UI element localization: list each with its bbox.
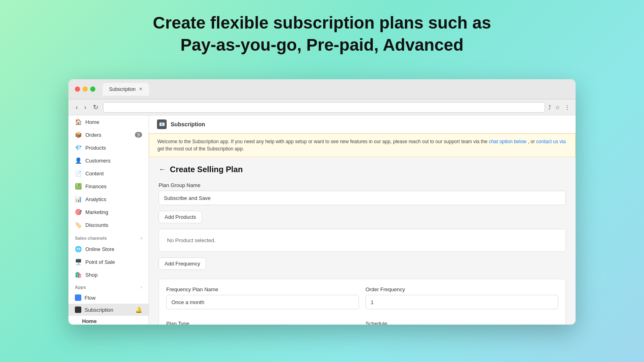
sales-channels-section: Sales channels › xyxy=(68,231,149,243)
forward-button[interactable]: › xyxy=(83,103,88,112)
flow-icon xyxy=(75,294,81,301)
bell-icon: 🔔 xyxy=(135,306,142,313)
add-frequency-button[interactable]: Add Frequency xyxy=(159,257,206,270)
sidebar-item-customers-label: Customers xyxy=(85,158,111,164)
apps-label: Apps xyxy=(75,285,86,290)
sidebar-item-discounts[interactable]: 🏷️ Discounts xyxy=(68,218,149,231)
frequency-plan-name-label: Frequency Plan Name xyxy=(166,286,359,292)
notice-middle-text: , or xyxy=(528,139,536,144)
sidebar-item-discounts-label: Discounts xyxy=(85,222,108,228)
online-store-icon: 🌐 xyxy=(75,246,81,252)
sidebar-item-marketing-label: Marketing xyxy=(85,209,108,215)
browser-tab[interactable]: Subscription ✕ xyxy=(103,83,149,96)
sidebar-item-home-label: Home xyxy=(85,119,99,125)
close-button[interactable] xyxy=(75,86,80,92)
sidebar-sub-home[interactable]: Home xyxy=(68,316,149,325)
tab-bar: Subscription ✕ xyxy=(103,83,149,96)
apps-chevron: › xyxy=(140,284,142,290)
pos-icon: 🖥️ xyxy=(75,259,81,265)
notice-link2[interactable]: contact us via xyxy=(536,139,566,144)
hero-title: Create flexible subscription plans such … xyxy=(153,12,491,56)
sidebar-item-products[interactable]: 💎 Products xyxy=(68,141,149,154)
subscription-app-icon xyxy=(75,306,81,313)
sidebar-item-customers[interactable]: 👤 Customers xyxy=(68,154,149,167)
menu-icon: ⋮ xyxy=(564,104,570,111)
frequency-section: Frequency Plan Name Order Frequency Plan… xyxy=(159,279,566,325)
plan-group-name-input[interactable] xyxy=(159,191,566,205)
back-arrow[interactable]: ← xyxy=(159,165,166,174)
browser-window: Subscription ✕ ‹ › ↻ ⤴ ☆ ⋮ 🏠 Home 📦 Orde… xyxy=(68,79,576,325)
hero-section: Create flexible subscription plans such … xyxy=(153,12,491,68)
browser-nav: ‹ › ↻ ⤴ ☆ ⋮ xyxy=(68,99,576,115)
browser-body: 🏠 Home 📦 Orders 9 💎 Products 👤 Customers… xyxy=(68,115,576,325)
traffic-lights xyxy=(75,86,95,92)
sidebar-item-analytics-label: Analytics xyxy=(85,196,106,202)
sidebar-item-finances-label: Finances xyxy=(85,183,107,189)
nav-icons: ⤴ ☆ ⋮ xyxy=(548,104,570,111)
reload-button[interactable]: ↻ xyxy=(91,103,100,112)
sidebar-item-pos[interactable]: 🖥️ Point of Sale xyxy=(68,255,149,268)
apps-section: Apps › xyxy=(68,281,149,292)
main-content: 📧 Subscription Welcome to the Subscripti… xyxy=(149,115,576,325)
sidebar: 🏠 Home 📦 Orders 9 💎 Products 👤 Customers… xyxy=(68,115,149,325)
orders-icon: 📦 xyxy=(75,132,81,138)
bookmark-icon: ☆ xyxy=(555,104,560,111)
maximize-button[interactable] xyxy=(90,86,95,92)
sidebar-item-orders-label: Orders xyxy=(85,132,101,138)
shop-icon: 🛍️ xyxy=(75,272,81,278)
order-frequency-input[interactable] xyxy=(365,295,558,309)
no-product-text: No Product selected. xyxy=(167,237,216,243)
sidebar-item-shop[interactable]: 🛍️ Shop xyxy=(68,268,149,281)
tab-close-icon[interactable]: ✕ xyxy=(139,86,142,92)
sidebar-item-flow-label: Flow xyxy=(85,295,95,301)
notice-link1[interactable]: chat option below xyxy=(489,139,526,144)
sidebar-item-shop-label: Shop xyxy=(85,272,97,278)
sidebar-item-marketing[interactable]: 🎯 Marketing xyxy=(68,206,149,218)
schedule-group: Schedule Month xyxy=(365,321,558,325)
add-products-button[interactable]: Add Products xyxy=(159,211,202,223)
orders-badge: 9 xyxy=(135,132,142,138)
sidebar-item-flow[interactable]: Flow xyxy=(68,292,149,304)
page-title-row: ← Create Selling Plan xyxy=(159,165,566,174)
sidebar-item-finances[interactable]: 💹 Finances xyxy=(68,180,149,193)
page-title: Create Selling Plan xyxy=(170,165,243,174)
minimize-button[interactable] xyxy=(83,86,88,92)
frequency-plan-name-group: Frequency Plan Name xyxy=(166,286,359,315)
share-icon: ⤴ xyxy=(548,104,551,111)
plan-type-group: Plan Type Pay As You Go xyxy=(166,321,359,325)
sidebar-item-pos-label: Point of Sale xyxy=(85,259,115,265)
sidebar-item-home[interactable]: 🏠 Home xyxy=(68,115,149,128)
sidebar-item-content-label: Content xyxy=(85,171,104,177)
subscription-header: 📧 Subscription xyxy=(149,115,576,134)
tab-label: Subscription xyxy=(109,86,136,92)
home-icon: 🏠 xyxy=(75,119,81,125)
marketing-icon: 🎯 xyxy=(75,209,81,215)
subscription-header-title: Subscription xyxy=(171,121,205,128)
frequency-row-1: Frequency Plan Name Order Frequency xyxy=(166,286,558,315)
notice-banner: Welcome to the Subscription app. If you … xyxy=(149,134,576,157)
analytics-icon: 📊 xyxy=(75,196,81,202)
schedule-label: Schedule xyxy=(365,321,558,325)
sidebar-item-orders[interactable]: 📦 Orders 9 xyxy=(68,128,149,141)
sidebar-item-subscription[interactable]: Subscription 🔔 xyxy=(68,304,149,316)
products-icon: 💎 xyxy=(75,144,81,151)
sales-channels-label: Sales channels xyxy=(75,236,107,241)
sidebar-item-online-store[interactable]: 🌐 Online Store xyxy=(68,243,149,255)
frequency-row-2: Plan Type Pay As You Go Schedule Month xyxy=(166,321,558,325)
back-button[interactable]: ‹ xyxy=(74,103,79,112)
plan-group-name-group: Plan Group Name xyxy=(159,182,566,211)
content-icon: 📄 xyxy=(75,170,81,177)
sidebar-item-content[interactable]: 📄 Content xyxy=(68,167,149,180)
frequency-plan-name-input[interactable] xyxy=(166,295,359,309)
customers-icon: 👤 xyxy=(75,157,81,164)
sales-channels-chevron: › xyxy=(140,235,142,241)
discounts-icon: 🏷️ xyxy=(75,222,81,228)
plan-type-label: Plan Type xyxy=(166,321,359,325)
notice-text: Welcome to the Subscription app. If you … xyxy=(157,139,489,144)
sidebar-sub-home-label: Home xyxy=(82,318,97,324)
address-bar[interactable] xyxy=(103,102,545,113)
sidebar-item-analytics[interactable]: 📊 Analytics xyxy=(68,193,149,206)
order-frequency-group: Order Frequency xyxy=(365,286,558,315)
finances-icon: 💹 xyxy=(75,183,81,189)
browser-chrome: Subscription ✕ xyxy=(68,79,576,99)
